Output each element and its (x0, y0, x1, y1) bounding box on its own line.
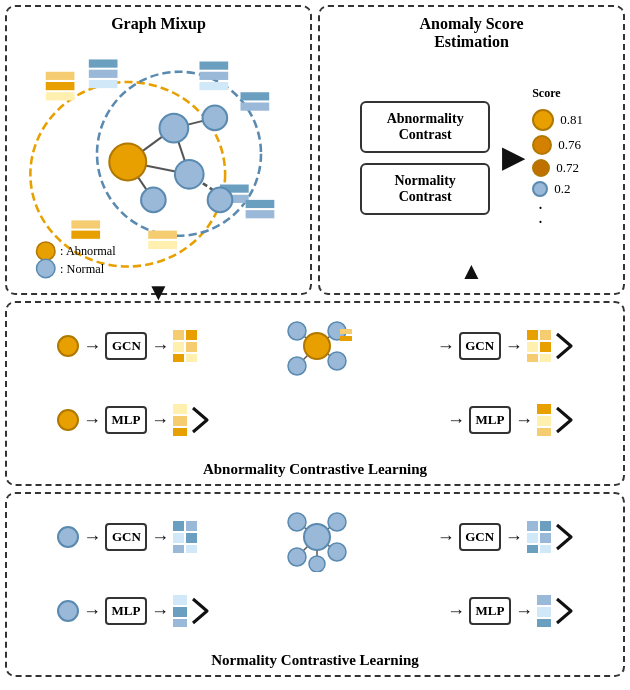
score-value-2: 0.76 (558, 137, 581, 153)
anomaly-score-box: Anomaly ScoreEstimation Abnormality Cont… (318, 5, 625, 295)
svg-rect-37 (173, 330, 184, 340)
svg-rect-16 (148, 241, 177, 249)
svg-rect-41 (173, 354, 184, 362)
svg-rect-13 (71, 220, 100, 228)
svg-rect-87 (527, 545, 538, 553)
merge-arrow-abn-down (555, 404, 573, 436)
svg-rect-5 (89, 59, 118, 67)
svg-rect-12 (241, 103, 270, 111)
svg-rect-9 (200, 72, 229, 80)
main-container: Graph Mixup (5, 5, 625, 685)
svg-point-82 (309, 556, 325, 572)
svg-point-27 (109, 144, 146, 181)
score-header: Score (532, 86, 560, 101)
arrow-n4: → (505, 527, 523, 548)
svg-point-28 (160, 114, 189, 143)
normality-section: → GCN → (5, 492, 625, 677)
svg-rect-70 (173, 545, 184, 553)
svg-rect-60 (173, 404, 187, 414)
mlp-box-2: MLP (469, 406, 511, 434)
svg-rect-84 (540, 521, 551, 531)
arrow-7: → (447, 410, 465, 431)
svg-rect-59 (540, 354, 551, 362)
feat-mlp-n1 (173, 595, 187, 627)
normality-label: Normality Contrastive Learning (15, 652, 615, 669)
graph-mixup-box: Graph Mixup (5, 5, 312, 295)
svg-point-31 (203, 106, 228, 131)
svg-rect-11 (241, 92, 270, 100)
abnormality-label: Abnormality Contrastive Learning (15, 461, 615, 478)
svg-rect-58 (527, 354, 538, 362)
score-dots: ·· (538, 201, 543, 230)
svg-rect-10 (200, 82, 229, 90)
svg-rect-94 (537, 619, 551, 627)
svg-rect-61 (173, 416, 187, 426)
arrow-n5: → (83, 601, 101, 622)
normality-rows-container: → GCN → (15, 500, 615, 648)
norm-node-1 (57, 526, 79, 548)
feat-gcn-2 (527, 330, 551, 362)
svg-point-47 (304, 333, 330, 359)
svg-point-35 (37, 259, 55, 277)
score-item-1: 0.81 (532, 109, 583, 131)
svg-text:: Normal: : Normal (60, 262, 105, 276)
abnormality-section: → GCN → (5, 301, 625, 486)
arrow-n1: → (83, 527, 101, 548)
normality-row-2: → MLP → → (15, 574, 615, 648)
abn-node-1 (57, 335, 79, 357)
anomaly-score-content: Abnormality Contrast Normality Contrast … (328, 57, 615, 258)
svg-rect-53 (340, 336, 352, 341)
svg-point-48 (288, 322, 306, 340)
arrow-5: → (83, 410, 101, 431)
norm-node-2 (57, 600, 79, 622)
svg-rect-57 (540, 342, 551, 352)
svg-rect-67 (186, 521, 197, 531)
graph-mixup-title: Graph Mixup (111, 15, 206, 33)
arrow-1: → (83, 336, 101, 357)
normality-row-1: → GCN → (15, 500, 615, 574)
feat-gcn-1 (173, 330, 197, 362)
abnormality-row-1: → GCN → (15, 309, 615, 383)
gcn-box-1: GCN (105, 332, 147, 360)
svg-rect-38 (186, 330, 197, 340)
score-circle-1 (532, 109, 554, 131)
svg-rect-52 (340, 329, 352, 334)
mlp-box-1: MLP (105, 406, 147, 434)
svg-point-81 (328, 543, 346, 561)
svg-point-29 (175, 160, 204, 189)
arrow-4: → (505, 336, 523, 357)
svg-rect-15 (148, 231, 177, 239)
arrow-n6: → (151, 601, 169, 622)
svg-point-77 (304, 524, 330, 550)
arrow-n3: → (437, 527, 455, 548)
up-arrow-score: ▲ (460, 258, 484, 285)
svg-point-80 (288, 548, 306, 566)
normality-contrast-box: Normality Contrast (360, 163, 490, 215)
svg-rect-66 (173, 521, 184, 531)
score-item-2: 0.76 (532, 135, 581, 155)
svg-point-79 (328, 513, 346, 531)
svg-rect-4 (46, 92, 75, 100)
svg-rect-7 (89, 80, 118, 88)
feat-mlp-1 (173, 404, 187, 436)
mlp-box-n1: MLP (105, 597, 147, 625)
svg-rect-90 (173, 607, 187, 617)
arrow-6: → (151, 410, 169, 431)
score-item-4: 0.2 (532, 181, 570, 197)
arrow-8: → (515, 410, 533, 431)
svg-rect-3 (46, 82, 75, 90)
score-value-1: 0.81 (560, 112, 583, 128)
gcn-box-n1: GCN (105, 523, 147, 551)
graph-mixup-visual: : Abnormal : Normal (15, 39, 302, 279)
score-list: Score 0.81 0.76 0.72 0. (532, 86, 583, 230)
score-value-4: 0.2 (554, 181, 570, 197)
score-value-3: 0.72 (556, 160, 579, 176)
svg-rect-54 (527, 330, 538, 340)
abnormality-contrast-box: Abnormality Contrast (360, 101, 490, 153)
svg-rect-19 (246, 200, 275, 208)
svg-rect-42 (186, 354, 197, 362)
svg-rect-91 (173, 619, 187, 627)
svg-rect-39 (173, 342, 184, 352)
svg-rect-20 (246, 210, 275, 218)
svg-point-51 (328, 352, 346, 370)
